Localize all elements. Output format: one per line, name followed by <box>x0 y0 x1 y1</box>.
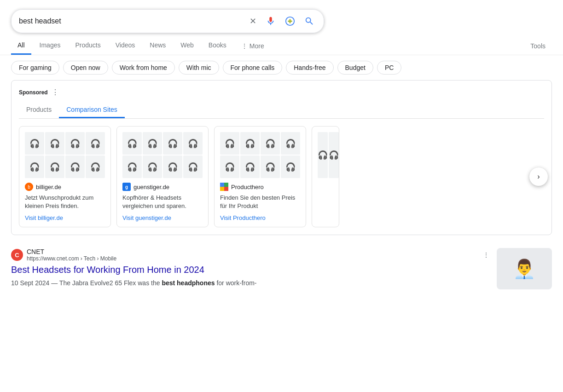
product-cards-row: 🎧 🎧 🎧 🎧 🎧 🎧 🎧 🎧 b <box>19 126 544 227</box>
search-input[interactable] <box>19 17 248 25</box>
headphones-person-icon: 👨‍💼 <box>513 258 536 280</box>
mic-icon <box>266 16 276 26</box>
tab-videos[interactable]: Videos <box>109 37 142 55</box>
producthero-favicon <box>220 183 228 191</box>
search-button[interactable] <box>302 14 316 28</box>
product-card-partial[interactable]: 🎧 🎧 <box>312 126 339 227</box>
headset-img-g2: 🎧 <box>143 132 162 155</box>
svg-rect-6 <box>220 183 224 187</box>
headset-img-g4: 🎧 <box>183 132 203 155</box>
headset-img-g7: 🎧 <box>163 156 182 178</box>
chip-hands-free[interactable]: Hands-free <box>286 61 333 75</box>
nav-tabs: All Images Products Videos News Web Book… <box>0 33 563 55</box>
svg-rect-9 <box>224 187 228 191</box>
tab-products[interactable]: Products <box>69 37 107 55</box>
result-content-cnet: C CNET https://www.cnet.com › Tech › Mob… <box>11 248 489 288</box>
headset-img-8: 🎧 <box>86 156 105 178</box>
tab-books[interactable]: Books <box>202 37 233 55</box>
more-dots-icon: ⋮ <box>241 42 248 50</box>
cnet-snippet-date: 10 Sept 2024 <box>11 279 49 287</box>
billiger-site-name: billiger.de <box>36 184 61 190</box>
sp-tab-products[interactable]: Products <box>19 102 59 118</box>
search-bar: ✕ <box>11 9 324 33</box>
headset-img-p3: 🎧 <box>261 132 280 155</box>
cnet-favicon: C <box>11 249 23 261</box>
result-source-cnet: C CNET https://www.cnet.com › Tech › Mob… <box>11 248 489 262</box>
chip-for-phone-calls[interactable]: For phone calls <box>223 61 283 75</box>
svg-point-1 <box>288 19 291 23</box>
headset-img-p1: 🎧 <box>220 132 239 155</box>
headset-img-p8: 🎧 <box>281 156 300 178</box>
guenstiger-favicon: g <box>122 183 131 191</box>
svg-text:b: b <box>28 184 30 190</box>
tab-images[interactable]: Images <box>33 37 67 55</box>
chevron-right-icon: › <box>537 173 540 181</box>
headset-img-2: 🎧 <box>45 132 64 155</box>
site-logo-producthero: Producthero <box>220 183 300 191</box>
search-icons: ✕ <box>248 14 316 28</box>
headset-img-7: 🎧 <box>65 156 85 178</box>
search-result-cnet: C CNET https://www.cnet.com › Tech › Mob… <box>11 242 552 295</box>
product-image-grid-producthero: 🎧 🎧 🎧 🎧 🎧 🎧 🎧 🎧 <box>220 132 300 178</box>
product-card-guenstiger[interactable]: 🎧 🎧 🎧 🎧 🎧 🎧 🎧 🎧 g <box>116 126 209 227</box>
clear-button[interactable]: ✕ <box>248 14 258 28</box>
chip-with-mic[interactable]: With mic <box>179 61 219 75</box>
headset-img-1: 🎧 <box>25 132 44 155</box>
next-arrow-button[interactable]: › <box>529 167 548 186</box>
chip-open-now[interactable]: Open now <box>63 61 108 75</box>
headset-img-x1: 🎧 <box>318 132 328 178</box>
sponsored-header: Sponsored ⋮ <box>19 88 544 97</box>
headset-img-g5: 🎧 <box>122 156 142 178</box>
cnet-snippet-rest: for work-from- <box>216 279 256 287</box>
mic-button[interactable] <box>264 14 278 28</box>
billiger-description: Jetzt Wunschprodukt zum kleinen Preis fi… <box>25 194 105 210</box>
product-image-grid-guenstiger: 🎧 🎧 🎧 🎧 🎧 🎧 🎧 🎧 <box>122 132 203 178</box>
cnet-site-name: CNET <box>27 248 479 255</box>
lens-icon <box>285 16 295 26</box>
chip-work-from-home[interactable]: Work from home <box>112 61 175 75</box>
sponsored-card: Sponsored ⋮ Products Comparison Sites 🎧 … <box>11 80 552 235</box>
svg-text:g: g <box>125 184 128 190</box>
cnet-snippet-bold: best headphones <box>162 279 215 287</box>
chip-for-gaming[interactable]: For gaming <box>11 61 59 75</box>
lens-button[interactable] <box>283 14 297 28</box>
tab-all[interactable]: All <box>11 37 31 55</box>
cnet-result-snippet: 10 Sept 2024 — The Jabra Evolve2 65 Flex… <box>11 278 489 288</box>
headset-img-g3: 🎧 <box>163 132 182 155</box>
main-content: Sponsored ⋮ Products Comparison Sites 🎧 … <box>0 80 563 295</box>
cnet-url: https://www.cnet.com › Tech › Mobile <box>27 255 479 262</box>
svg-rect-8 <box>220 187 224 191</box>
cnet-snippet-dash: — The Jabra Evolve2 65 Flex was the <box>51 279 162 287</box>
product-card-producthero[interactable]: 🎧 🎧 🎧 🎧 🎧 🎧 🎧 🎧 <box>214 126 306 227</box>
tab-web[interactable]: Web <box>174 37 200 55</box>
search-bar-wrapper: ✕ <box>0 0 563 33</box>
cnet-thumbnail: 👨‍💼 <box>497 248 552 289</box>
headset-img-g8: 🎧 <box>183 156 203 178</box>
sp-tab-comparison-sites[interactable]: Comparison Sites <box>59 102 125 118</box>
billiger-visit-link[interactable]: Visit billiger.de <box>25 214 63 221</box>
more-menu[interactable]: ⋮ More <box>235 38 271 54</box>
product-image-grid-billiger: 🎧 🎧 🎧 🎧 🎧 🎧 🎧 🎧 <box>25 132 105 178</box>
tools-button[interactable]: Tools <box>524 38 552 54</box>
tab-news[interactable]: News <box>143 37 172 55</box>
headset-img-p6: 🎧 <box>240 156 260 178</box>
chip-pc[interactable]: PC <box>377 61 401 75</box>
cnet-site-info: CNET https://www.cnet.com › Tech › Mobil… <box>27 248 479 262</box>
guenstiger-description: Kopfhörer & Headsets vergleichen und spa… <box>122 194 203 210</box>
cnet-result-title[interactable]: Best Headsets for Working From Home in 2… <box>11 264 489 276</box>
tools-label: Tools <box>530 42 546 50</box>
headset-img-p5: 🎧 <box>220 156 239 178</box>
guenstiger-visit-link[interactable]: Visit guenstiger.de <box>122 214 171 221</box>
more-label: More <box>250 42 264 50</box>
headset-img-p2: 🎧 <box>240 132 260 155</box>
search-icon <box>304 16 314 26</box>
headset-img-4: 🎧 <box>86 132 105 155</box>
producthero-site-name: Producthero <box>231 184 264 190</box>
producthero-visit-link[interactable]: Visit Producthero <box>220 214 266 221</box>
chip-budget[interactable]: Budget <box>337 61 373 75</box>
product-card-billiger[interactable]: 🎧 🎧 🎧 🎧 🎧 🎧 🎧 🎧 b <box>19 126 111 227</box>
sponsored-options-icon[interactable]: ⋮ <box>52 88 59 97</box>
headset-img-g6: 🎧 <box>143 156 162 178</box>
guenstiger-site-name: guenstiger.de <box>133 184 169 190</box>
cnet-options-icon[interactable]: ⋮ <box>483 251 489 259</box>
